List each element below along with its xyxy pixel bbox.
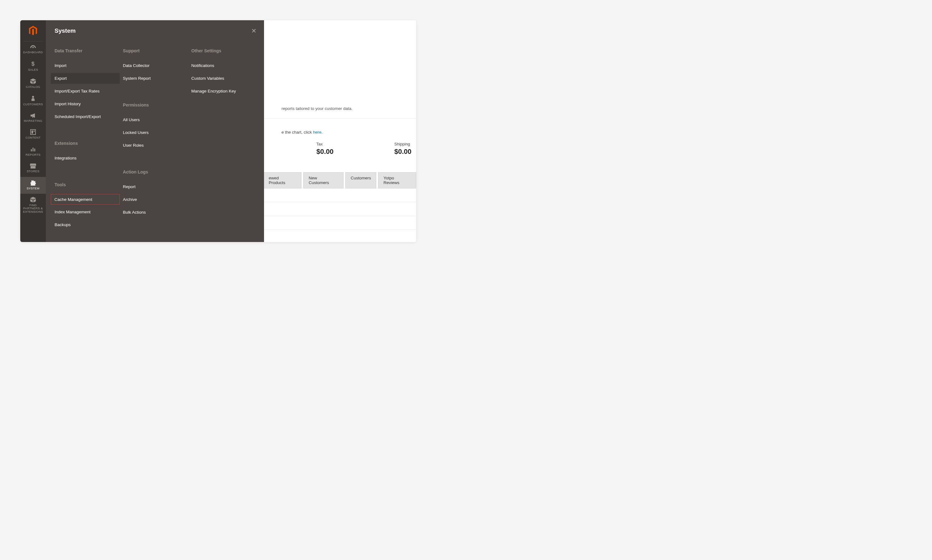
gauge-icon (30, 45, 36, 49)
svg-rect-7 (34, 149, 35, 151)
chart-enable-link[interactable]: here (313, 130, 321, 135)
menu-tax-rates[interactable]: Import/Export Tax Rates (51, 86, 120, 97)
svg-text:$: $ (31, 61, 35, 67)
gear-icon (30, 180, 36, 186)
dollar-icon: $ (31, 61, 35, 67)
menu-user-roles[interactable]: User Roles (119, 140, 188, 151)
sidebar-item-label: REPORTS (26, 153, 40, 156)
layout-icon (30, 129, 36, 135)
menu-import[interactable]: Import (51, 60, 120, 71)
sidebar-item-label: DASHBOARD (23, 51, 43, 54)
group-other-settings: Other Settings (191, 48, 256, 53)
sidebar-item-customers[interactable]: CUSTOMERS (20, 92, 46, 110)
puzzle-icon (30, 197, 36, 202)
sidebar-item-label: CATALOG (26, 85, 40, 88)
menu-locked-users[interactable]: Locked Users (119, 127, 188, 138)
sidebar-item-sales[interactable]: $ SALES (20, 58, 46, 75)
menu-backups[interactable]: Backups (51, 219, 120, 230)
menu-all-users[interactable]: All Users (119, 114, 188, 125)
group-support: Support (123, 48, 188, 53)
divider (263, 188, 416, 188)
store-icon (30, 163, 36, 169)
bar-chart-icon (30, 146, 36, 152)
system-flyout-panel: System ✕ Data Transfer Import Export Imp… (46, 20, 264, 242)
menu-al-report[interactable]: Report (119, 181, 188, 192)
admin-window: reports tailored to your customer data. … (20, 20, 416, 242)
box-icon (30, 78, 36, 84)
stat-label: Tax (316, 142, 333, 146)
flyout-col-3: Other Settings Notifications Custom Vari… (191, 46, 256, 232)
flyout-col-2: Support Data Collector System Report Per… (123, 46, 188, 232)
menu-system-report[interactable]: System Report (119, 73, 188, 84)
divider (263, 202, 416, 202)
sidebar-item-label: STORES (27, 170, 40, 173)
stat-label: Shipping (394, 142, 412, 146)
sidebar-item-catalog[interactable]: CATALOG (20, 75, 46, 92)
menu-notifications[interactable]: Notifications (188, 60, 256, 71)
menu-data-collector[interactable]: Data Collector (119, 60, 188, 71)
sidebar-item-label: FIND PARTNERS & EXTENSIONS (21, 204, 45, 213)
menu-index-management[interactable]: Index Management (51, 206, 120, 217)
stat-value: $0.00 (394, 148, 412, 156)
sidebar-item-label: SALES (28, 68, 38, 71)
flyout-header: System ✕ (54, 27, 256, 35)
tab-new-customers[interactable]: New Customers (303, 172, 344, 188)
menu-al-bulk[interactable]: Bulk Actions (119, 207, 188, 218)
stat-tax: Tax $0.00 (316, 142, 333, 156)
sidebar-item-label: SYSTEM (27, 187, 40, 190)
svg-rect-6 (33, 148, 34, 151)
sidebar-item-system[interactable]: SYSTEM (20, 177, 46, 194)
stat-value: $0.00 (316, 148, 333, 156)
menu-custom-variables[interactable]: Custom Variables (188, 73, 256, 84)
sidebar-item-marketing[interactable]: MARKETING (20, 110, 46, 126)
bi-hint-text: reports tailored to your customer data. (281, 106, 353, 111)
group-data-transfer: Data Transfer (54, 48, 120, 53)
megaphone-icon (30, 113, 36, 118)
tab-yotpo-reviews[interactable]: Yotpo Reviews (378, 172, 416, 188)
group-action-logs: Action Logs (123, 169, 188, 174)
menu-al-archive[interactable]: Archive (119, 194, 188, 205)
svg-rect-3 (31, 131, 33, 134)
svg-rect-4 (34, 131, 35, 132)
divider (263, 229, 416, 230)
sidebar-item-reports[interactable]: REPORTS (20, 143, 46, 160)
chart-enable-hint: e the chart, click here. (281, 130, 322, 135)
menu-encryption-key[interactable]: Manage Encryption Key (188, 86, 256, 97)
magento-logo-icon (29, 26, 37, 36)
stat-shipping: Shipping $0.00 (394, 142, 412, 156)
magento-logo[interactable] (23, 20, 43, 42)
divider (263, 216, 416, 216)
menu-integrations[interactable]: Integrations (51, 152, 120, 163)
menu-import-history[interactable]: Import History (51, 98, 120, 109)
sidebar-item-stores[interactable]: STORES (20, 160, 46, 177)
admin-sidebar: DASHBOARD $ SALES CATALOG CUSTOMERS MARK… (20, 20, 46, 242)
group-permissions: Permissions (123, 103, 188, 108)
tab-viewed-products[interactable]: ewed Products (263, 172, 301, 188)
sidebar-item-label: MARKETING (24, 119, 42, 122)
chart-hint-prefix: e the chart, click (281, 130, 313, 135)
tab-customers[interactable]: Customers (346, 172, 376, 188)
flyout-title: System (54, 28, 76, 34)
flyout-col-1: Data Transfer Import Export Import/Expor… (54, 46, 120, 232)
menu-scheduled-import[interactable]: Scheduled Import/Export (51, 111, 120, 122)
svg-point-1 (32, 96, 34, 98)
dashboard-tabs: ewed Products New Customers Customers Yo… (263, 172, 416, 188)
svg-rect-5 (31, 149, 32, 151)
person-icon (31, 95, 35, 102)
sidebar-item-label: CUSTOMERS (23, 103, 43, 106)
flyout-columns: Data Transfer Import Export Import/Expor… (54, 46, 256, 232)
menu-cache-management[interactable]: Cache Management (51, 194, 120, 205)
close-icon[interactable]: ✕ (251, 27, 256, 35)
sidebar-item-partners[interactable]: FIND PARTNERS & EXTENSIONS (20, 194, 46, 217)
menu-export[interactable]: Export (51, 73, 120, 84)
group-extensions: Extensions (54, 141, 120, 146)
sidebar-item-label: CONTENT (26, 136, 40, 139)
group-tools: Tools (54, 182, 120, 187)
sidebar-item-dashboard[interactable]: DASHBOARD (20, 42, 46, 58)
sidebar-item-content[interactable]: CONTENT (20, 126, 46, 143)
